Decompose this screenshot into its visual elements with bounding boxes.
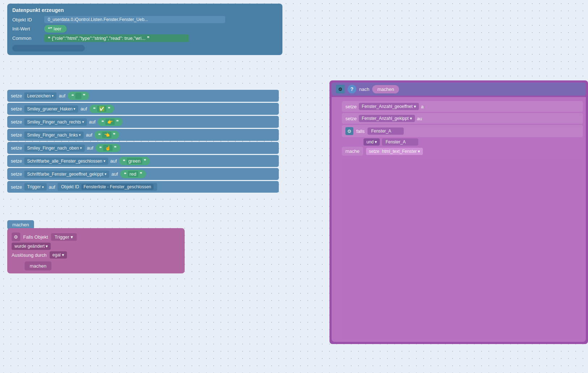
dropdown-arrow: ▾ (74, 107, 75, 111)
wurde-geaendert-pill[interactable]: wurde geändert ▾ (12, 243, 51, 250)
gear-icon[interactable]: ⚙ (12, 232, 20, 241)
setze-smiley-haken[interactable]: setze Smiley_gruener_Haken ▾ auf ❝ ✅ ❞ (7, 103, 279, 115)
fenster-a-2[interactable]: Fenster_A (382, 138, 418, 146)
setze-leerzeichen[interactable]: setze Leerzeichen ▾ auf ❝ ❞ (7, 90, 279, 102)
falls-right-label: falls (356, 129, 365, 134)
right-setze-gekippt[interactable]: setze Fenster_Anzahl_gekippt ▾ au (342, 113, 583, 124)
value-empty-string[interactable]: ❝ ❞ (68, 92, 89, 100)
dropdown-arrow: ▾ (52, 94, 54, 98)
var-trigger[interactable]: Trigger ▾ (24, 183, 47, 190)
right-falls-block: ⚙ falls Fenster_A (342, 125, 583, 137)
var-smiley-oben[interactable]: Smiley_Finger_nach_oben ▾ (24, 144, 85, 152)
falls-block: ⚙ Falls Objekt Trigger ▾ wurde geändert … (7, 228, 185, 273)
var-smiley-haken[interactable]: Smiley_gruener_Haken ▾ (24, 105, 78, 113)
var-schriftfarbe-gekippt[interactable]: Schriftfarbe_Fenster_geoeffnet_gekippt ▾ (24, 171, 109, 178)
value-red[interactable]: ❝ red ❞ (120, 170, 146, 178)
value-finger-up[interactable]: ❝ ☝ ❞ (96, 144, 120, 152)
mache-label: mache (342, 147, 363, 156)
value-finger-right[interactable]: ❝ 👉 ❞ (98, 118, 122, 126)
right-top-row: ⚙ ? nach machen (332, 83, 586, 96)
setze-html-text[interactable]: setze html_text_Fenster ▾ (366, 148, 423, 155)
value-checkmark[interactable]: ❝ ✅ ❞ (89, 105, 114, 113)
gear-blue-small[interactable]: ⚙ (345, 127, 353, 135)
setze-smiley-rechts[interactable]: setze Smiley_Finger_nach_rechts ▾ auf ❝ … (7, 116, 279, 128)
nach-label: nach (359, 87, 369, 92)
machen-label: machen (7, 219, 34, 229)
var-smiley-rechts[interactable]: Smiley_Finger_nach_rechts ▾ (24, 118, 87, 126)
mache-row: mache setze html_text_Fenster ▾ (342, 147, 583, 156)
falls-objekt-container: ⚙ Falls Objekt Trigger ▾ wurde geändert … (7, 228, 185, 273)
setze-smiley-links[interactable]: setze Smiley_Finger_nach_links ▾ auf ❝ 👈… (7, 129, 279, 141)
blue-gear-icon[interactable]: ⚙ (336, 85, 345, 93)
value-green[interactable]: ❝ green ❞ (119, 157, 150, 165)
setze-schriftfarbe-gekippt[interactable]: setze Schriftfarbe_Fenster_geoeffnet_gek… (7, 168, 279, 180)
common-value[interactable]: ❝ {"role":"html","type":"string","read":… (44, 34, 189, 42)
falls-objekt-label: Falls Objekt (23, 234, 48, 240)
dropdown-arrow: ▾ (80, 146, 82, 150)
setze-smiley-oben[interactable]: setze Smiley_Finger_nach_oben ▾ auf ❝ ☝ … (7, 142, 279, 154)
var-smiley-links[interactable]: Smiley_Finger_nach_links ▾ (24, 131, 84, 139)
question-icon[interactable]: ? (348, 85, 356, 93)
setze-trigger[interactable]: setze Trigger ▾ auf Objekt ID Fensterlis… (7, 181, 279, 193)
objekt-id-value[interactable]: 0_userdata.0.iQontrol.Listen.Fenster.Fen… (44, 16, 225, 23)
var-fenster-gekippt[interactable]: Fenster_Anzahl_gekippt ▾ (359, 115, 415, 122)
dropdown-arrow: ▾ (79, 133, 81, 137)
datenpunkt-block: Datenpunkt erzeugen Objekt ID 0_userdata… (7, 4, 282, 55)
var-fenster-geoeffnet[interactable]: Fenster_Anzahl_geoeffnet ▾ (359, 103, 419, 110)
egal-pill[interactable]: egal ▾ (50, 251, 67, 259)
init-wert-value[interactable]: ❝❞ leer (44, 25, 67, 33)
datenpunkt-title: Datenpunkt erzeugen (12, 7, 277, 13)
right-setze-geoeffnet[interactable]: setze Fenster_Anzahl_geoeffnet ▾ a (342, 101, 583, 112)
right-panel-body: setze Fenster_Anzahl_geoeffnet ▾ a setze… (332, 97, 586, 342)
trigger-obj-id-value: Fensterliste - Fenster_geschlossen (81, 184, 154, 190)
machen-pill[interactable]: machen (372, 85, 399, 93)
init-wert-label: Init-Wert (12, 26, 41, 32)
var-schriftfarbe-geschlossen[interactable]: Schriftfarbe_alle_Fenster_geschlossen ▾ (24, 158, 108, 165)
und-block[interactable]: und ▾ (364, 138, 380, 146)
trigger-obj-id[interactable]: Objekt ID Fensterliste - Fenster_geschlo… (58, 183, 157, 191)
common-label: Common (12, 35, 41, 41)
objekt-id-label: Objekt ID (12, 17, 41, 22)
trigger-value[interactable]: Trigger ▾ (51, 233, 77, 241)
fenster-a-1[interactable]: Fenster_A (368, 127, 404, 135)
dropdown-arrow: ▾ (82, 120, 84, 124)
setze-blocks-container: setze Leerzeichen ▾ auf ❝ ❞ setze Smiley… (7, 90, 279, 193)
var-leerzeichen[interactable]: Leerzeichen ▾ (24, 92, 56, 100)
right-panel-wrapper: ⚙ ? nach machen setze Fenster_Anzahl_geo… (329, 80, 588, 344)
value-finger-left[interactable]: ❝ 👈 ❞ (94, 131, 119, 139)
dropdown-arrow: ▾ (104, 159, 105, 163)
setze-schriftfarbe-geschlossen[interactable]: setze Schriftfarbe_alle_Fenster_geschlos… (7, 155, 279, 167)
auslosung-label: Auslösung durch (12, 252, 47, 258)
dropdown-arrow-trigger: ▾ (71, 234, 73, 240)
dropdown-arrow: ▾ (42, 185, 44, 189)
machen-inner: machen (25, 261, 51, 271)
right-panel: ⚙ ? nach machen setze Fenster_Anzahl_geo… (329, 80, 588, 344)
dropdown-arrow: ▾ (105, 172, 106, 176)
